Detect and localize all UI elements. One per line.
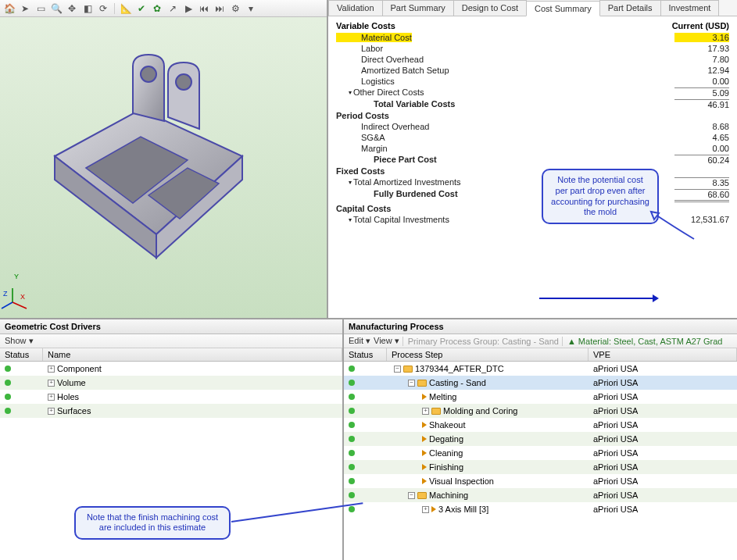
mp-view-menu[interactable]: View ▾ <box>374 336 399 346</box>
cost-panel: ValidationPart SummaryDesign to CostCost… <box>328 0 737 318</box>
collapse-icon[interactable]: − <box>408 380 415 387</box>
svg-line-3 <box>13 302 27 309</box>
jump-icon[interactable]: ↗ <box>166 2 179 15</box>
cost-label: Capital Costs <box>336 204 391 213</box>
mp-step-name: 3 Axis Mill [3] <box>438 505 488 514</box>
settings-icon[interactable]: ⚙ <box>229 2 241 15</box>
gcd-row[interactable]: +Component <box>0 362 342 376</box>
mp-row[interactable]: DegatingaPriori USA <box>344 432 737 446</box>
cost-value: 46.91 <box>674 99 729 109</box>
tab-cost-summary[interactable]: Cost Summary <box>526 1 600 16</box>
mp-vpe: aPriori USA <box>589 476 737 486</box>
mp-panel: Manufacturing Process Edit ▾ View ▾ Prim… <box>344 319 737 560</box>
mp-row[interactable]: MeltingaPriori USA <box>344 390 737 404</box>
viewport-3d[interactable]: 🏠 ➤ ▭ 🔍 ✥ ◧ ⟳ 📐 ✔ ✿ ↗ ▶ ⏮ ⏭ ⚙ ▾ <box>0 0 328 318</box>
mp-row[interactable]: −MachiningaPriori USA <box>344 488 737 502</box>
rect-select-icon[interactable]: ▭ <box>34 2 47 15</box>
part-render[interactable] <box>23 39 274 273</box>
mp-row[interactable]: CleaningaPriori USA <box>344 446 737 460</box>
step-icon[interactable]: ⏭ <box>213 2 226 15</box>
tab-validation[interactable]: Validation <box>328 0 383 16</box>
dropdown-icon[interactable]: ▾ <box>245 2 257 15</box>
mp-vpe: aPriori USA <box>589 420 737 430</box>
status-dot-icon <box>349 408 355 414</box>
mp-row[interactable]: FinishingaPriori USA <box>344 460 737 474</box>
cost-tabs: ValidationPart SummaryDesign to CostCost… <box>328 0 737 16</box>
cost-value <box>674 111 729 120</box>
mp-vpe: aPriori USA <box>589 392 737 401</box>
gcd-name: Volume <box>57 378 86 387</box>
cost-label: Direct Overhead <box>336 55 424 64</box>
mp-row[interactable]: −1379344_AFTER_DTCaPriori USA <box>344 362 737 376</box>
tab-part-details[interactable]: Part Details <box>599 0 661 16</box>
collapse-icon[interactable]: − <box>408 492 415 499</box>
cost-label: Material Cost <box>336 33 412 42</box>
collapse-icon[interactable]: − <box>394 366 401 373</box>
refresh-icon[interactable]: ⟳ <box>97 2 109 15</box>
gcd-panel: Geometric Cost Drivers Show ▾ Status Nam… <box>0 319 344 560</box>
tab-part-summary[interactable]: Part Summary <box>382 0 454 16</box>
cost-label[interactable]: Other Direct Costs <box>336 87 424 98</box>
mp-vpe: aPriori USA <box>589 364 737 373</box>
gcd-col-name[interactable]: Name <box>43 348 342 361</box>
mp-row[interactable]: ShakeoutaPriori USA <box>344 418 737 432</box>
mp-row[interactable]: +Molding and CoringaPriori USA <box>344 404 737 418</box>
cost-value: 5.09 <box>674 87 729 98</box>
expand-icon[interactable]: + <box>48 366 55 373</box>
cost-label: Period Costs <box>336 111 389 120</box>
cost-label: Fixed Costs <box>336 166 385 176</box>
mp-col-step[interactable]: Process Step <box>387 348 589 361</box>
fit-icon[interactable]: ✥ <box>66 2 78 15</box>
expand-icon[interactable]: + <box>48 408 55 415</box>
folder-icon <box>417 380 427 387</box>
process-icon <box>422 436 427 442</box>
mp-row[interactable]: +3 Axis Mill [3]aPriori USA <box>344 502 737 516</box>
play-icon[interactable]: ▶ <box>182 2 195 15</box>
home-icon[interactable]: 🏠 <box>3 2 16 15</box>
expand-icon[interactable]: + <box>48 394 55 401</box>
zoom-extents-icon[interactable]: 🔍 <box>50 2 63 15</box>
cost-label[interactable]: Total Amortized Investments <box>336 177 461 187</box>
gcd-row[interactable]: +Holes <box>0 390 342 404</box>
rewind-icon[interactable]: ⏮ <box>198 2 210 15</box>
cost-label: Labor <box>336 44 383 53</box>
cost-label[interactable]: Total Capital Investments <box>336 215 449 224</box>
svg-line-4 <box>2 302 13 309</box>
cost-value <box>674 166 729 176</box>
mp-col-status[interactable]: Status <box>344 348 387 361</box>
tab-design-to-cost[interactable]: Design to Cost <box>453 0 527 16</box>
gcd-row[interactable]: +Volume <box>0 376 342 390</box>
mp-row[interactable]: Visual InspectionaPriori USA <box>344 474 737 488</box>
tab-investment[interactable]: Investment <box>660 0 720 16</box>
mp-step-name: Cleaning <box>429 448 463 458</box>
mp-step-name: Casting - Sand <box>429 378 486 387</box>
axis-icon[interactable]: ✔ <box>135 2 148 15</box>
mp-material-label[interactable]: ▲ Material: Steel, Cast, ASTM A27 Grad <box>562 337 723 346</box>
expand-icon[interactable]: + <box>422 506 429 513</box>
leaf-icon[interactable]: ✿ <box>151 2 163 15</box>
gcd-show-menu[interactable]: Show ▾ <box>5 336 34 346</box>
mp-vpe: aPriori USA <box>589 490 737 500</box>
svg-point-1 <box>176 74 191 90</box>
expand-icon[interactable]: + <box>422 408 429 415</box>
svg-point-0 <box>141 66 156 82</box>
gcd-col-status[interactable]: Status <box>0 348 43 361</box>
mp-edit-menu[interactable]: Edit ▾ <box>349 336 370 346</box>
folder-icon <box>431 408 441 415</box>
mp-col-vpe[interactable]: VPE <box>589 348 737 361</box>
expand-icon[interactable]: + <box>48 380 55 387</box>
variable-costs-header: Variable Costs <box>336 21 395 30</box>
process-icon <box>422 394 427 400</box>
cost-value: 0.00 <box>674 144 729 153</box>
mp-row[interactable]: −Casting - SandaPriori USA <box>344 376 737 390</box>
status-dot-icon <box>349 478 355 484</box>
pointer-icon[interactable]: ➤ <box>19 2 31 15</box>
cost-value: 4.65 <box>674 133 729 142</box>
iso-icon[interactable]: ◧ <box>81 2 94 15</box>
cost-value: 0.00 <box>674 77 729 86</box>
mp-vpe: aPriori USA <box>589 378 737 387</box>
measure-icon[interactable]: 📐 <box>120 2 132 15</box>
mp-step-name: Machining <box>429 490 468 500</box>
gcd-row[interactable]: +Surfaces <box>0 404 342 418</box>
mp-step-name: 1379344_AFTER_DTC <box>415 364 504 373</box>
